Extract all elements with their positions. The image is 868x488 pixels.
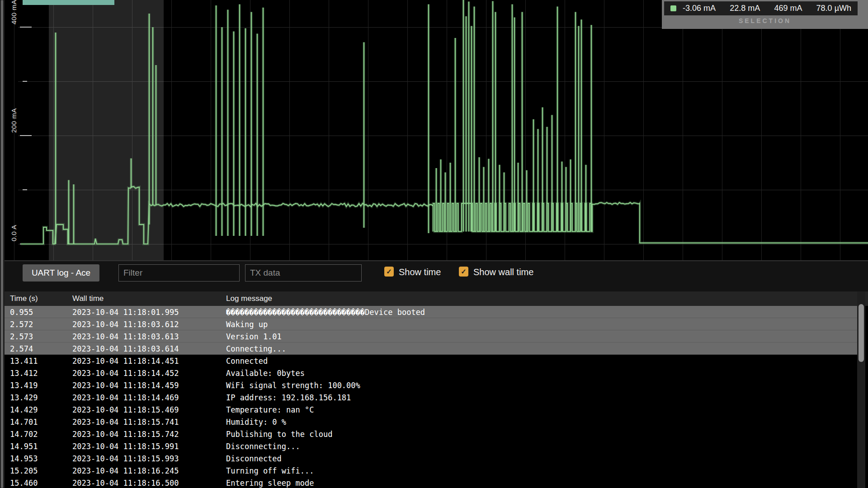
stat-avg: -3.06 mA: [683, 4, 716, 13]
left-splitter-handle[interactable]: [1, 0, 3, 488]
cell-wall-time: 2023-10-04 11:18:14.459: [72, 381, 226, 390]
cell-log-message: Publishing to the cloud: [226, 430, 857, 439]
cell-wall-time: 2023-10-04 11:18:15.991: [72, 442, 226, 451]
stat-rms: 22.8 mA: [730, 4, 760, 13]
cell-time: 14.951: [10, 442, 72, 451]
cell-log-message: Humidity: 0 %: [226, 418, 857, 427]
cell-time: 13.429: [10, 393, 72, 402]
table-row[interactable]: 13.4292023-10-04 11:18:14.469IP address:…: [5, 391, 857, 404]
cell-log-message: Available: 0bytes: [226, 369, 857, 378]
cell-wall-time: 2023-10-04 11:18:14.452: [72, 369, 226, 378]
cell-log-message: ������������������������������Device boo…: [226, 308, 857, 317]
cell-time: 0.955: [10, 308, 72, 317]
table-row[interactable]: 13.4112023-10-04 11:18:14.451Connected: [5, 355, 857, 367]
cell-time: 15.205: [10, 466, 72, 475]
table-row[interactable]: 2.5732023-10-04 11:18:03.613Version 1.01: [5, 330, 857, 343]
cell-log-message: WiFi signal strength: 100.00%: [226, 381, 857, 390]
show-time-checkbox[interactable]: ✓: [384, 267, 394, 277]
cell-wall-time: 2023-10-04 11:18:15.742: [72, 430, 226, 439]
tx-data-input[interactable]: [245, 264, 362, 282]
table-row[interactable]: 14.7022023-10-04 11:18:15.742Publishing …: [5, 428, 857, 440]
log-table-body: 0.9552023-10-04 11:18:01.995������������…: [5, 306, 857, 488]
col-header-time: Time (s): [10, 294, 72, 303]
cell-log-message: Connecting...: [226, 344, 857, 353]
cell-time: 13.419: [10, 381, 72, 390]
legend-square-icon: [670, 5, 676, 11]
table-row[interactable]: 14.7012023-10-04 11:18:15.741Humidity: 0…: [5, 416, 857, 428]
show-wall-time-label: Show wall time: [473, 267, 533, 277]
cell-log-message: Connected: [226, 357, 857, 366]
uart-toolbar: UART log - Ace ✓ Show time ✓ Show wall t…: [5, 261, 868, 291]
cell-time: 14.701: [10, 418, 72, 427]
cell-time: 2.572: [10, 320, 72, 329]
cell-wall-time: 2023-10-04 11:18:01.995: [72, 308, 226, 317]
cell-time: 14.702: [10, 430, 72, 439]
table-row[interactable]: 14.9532023-10-04 11:18:15.993Disconnecte…: [5, 452, 857, 465]
log-scrollbar-thumb[interactable]: [859, 304, 864, 362]
selection-caption: SELECTION: [662, 17, 868, 24]
table-row[interactable]: 14.9512023-10-04 11:18:15.991Disconnecti…: [5, 440, 857, 452]
cell-log-message: Disconnecting...: [226, 442, 857, 451]
col-header-log-message: Log message: [226, 294, 868, 303]
cell-wall-time: 2023-10-04 11:18:15.993: [72, 454, 226, 463]
table-row[interactable]: 13.4192023-10-04 11:18:14.459WiFi signal…: [5, 379, 857, 391]
stat-max: 469 mA: [774, 4, 802, 13]
cell-wall-time: 2023-10-04 11:18:15.469: [72, 405, 226, 414]
current-chart[interactable]: 400 mA200 mA0.0 A -3.06 mA 22.8 mA 469 m…: [5, 0, 868, 261]
show-time-label: Show time: [399, 267, 441, 277]
cell-log-message: Waking up: [226, 320, 857, 329]
cell-log-message: Entering sleep mode: [226, 479, 857, 488]
cell-wall-time: 2023-10-04 11:18:16.245: [72, 466, 226, 475]
table-row[interactable]: 15.4602023-10-04 11:18:16.500Entering sl…: [5, 477, 857, 488]
cell-time: 2.574: [10, 344, 72, 353]
uart-log-button[interactable]: UART log - Ace: [23, 264, 99, 282]
cell-wall-time: 2023-10-04 11:18:14.451: [72, 357, 226, 366]
table-row[interactable]: 2.5742023-10-04 11:18:03.614Connecting..…: [5, 343, 857, 355]
cell-time: 14.953: [10, 454, 72, 463]
table-row[interactable]: 15.2052023-10-04 11:18:16.245Turning off…: [5, 465, 857, 477]
cell-time: 2.573: [10, 332, 72, 341]
table-row[interactable]: 2.5722023-10-04 11:18:03.612Waking up: [5, 318, 857, 330]
table-row[interactable]: 0.9552023-10-04 11:18:01.995������������…: [5, 306, 857, 318]
show-wall-time-checkbox[interactable]: ✓: [459, 267, 468, 277]
stat-charge: 78.0 µWh: [816, 4, 851, 13]
cell-log-message: Version 1.01: [226, 332, 857, 341]
cell-time: 13.411: [10, 357, 72, 366]
cell-wall-time: 2023-10-04 11:18:03.612: [72, 320, 226, 329]
cell-wall-time: 2023-10-04 11:18:16.500: [72, 479, 226, 488]
cell-wall-time: 2023-10-04 11:18:14.469: [72, 393, 226, 402]
filter-input[interactable]: [118, 264, 240, 282]
left-splitter[interactable]: [0, 0, 5, 488]
cell-wall-time: 2023-10-04 11:18:03.613: [72, 332, 226, 341]
col-header-wall-time: Wall time: [72, 294, 226, 303]
cell-time: 13.412: [10, 369, 72, 378]
cell-time: 14.429: [10, 405, 72, 414]
log-scrollbar[interactable]: [857, 291, 865, 488]
table-row[interactable]: 14.4292023-10-04 11:18:15.469Temperature…: [5, 404, 857, 416]
cell-wall-time: 2023-10-04 11:18:03.614: [72, 344, 226, 353]
current-trace: [5, 0, 868, 261]
cell-time: 15.460: [10, 479, 72, 488]
selection-stats-box: -3.06 mA 22.8 mA 469 mA 78.0 µWh SELECTI…: [662, 0, 868, 29]
table-row[interactable]: 13.4122023-10-04 11:18:14.452Available: …: [5, 367, 857, 379]
selection-stats-values: -3.06 mA 22.8 mA 469 mA 78.0 µWh: [664, 1, 858, 15]
teal-selection-handle[interactable]: [23, 0, 114, 5]
cell-log-message: IP address: 192.168.156.181: [226, 393, 857, 402]
cell-log-message: Temperature: nan °C: [226, 405, 857, 414]
power-profiler-app: 400 mA200 mA0.0 A -3.06 mA 22.8 mA 469 m…: [0, 0, 868, 488]
cell-wall-time: 2023-10-04 11:18:15.741: [72, 418, 226, 427]
cell-log-message: Disconnected: [226, 454, 857, 463]
cell-log-message: Turning off wifi...: [226, 466, 857, 475]
log-table-header: Time (s) Wall time Log message: [5, 291, 868, 306]
